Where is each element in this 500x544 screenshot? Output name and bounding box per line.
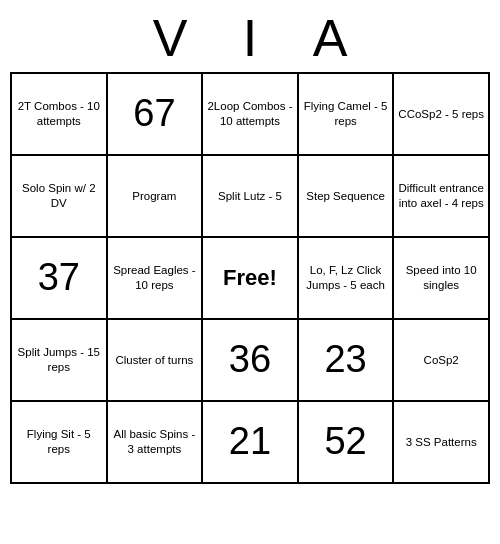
cell-r2-c2: Free! bbox=[203, 238, 299, 320]
cell-r3-c4: CoSp2 bbox=[394, 320, 490, 402]
cell-r0-c2: 2Loop Combos - 10 attempts bbox=[203, 74, 299, 156]
cell-r1-c4: Difficult entrance into axel - 4 reps bbox=[394, 156, 490, 238]
header-letter-i: I bbox=[210, 8, 290, 68]
cell-r2-c4: Speed into 10 singles bbox=[394, 238, 490, 320]
cell-r0-c0: 2T Combos - 10 attempts bbox=[12, 74, 108, 156]
cell-r4-c3: 52 bbox=[299, 402, 395, 484]
cell-r1-c0: Solo Spin w/ 2 DV bbox=[12, 156, 108, 238]
cell-r0-c3: Flying Camel - 5 reps bbox=[299, 74, 395, 156]
cell-r4-c2: 21 bbox=[203, 402, 299, 484]
cell-r4-c4: 3 SS Patterns bbox=[394, 402, 490, 484]
bingo-header: V I A bbox=[10, 8, 490, 68]
cell-r2-c1: Spread Eagles - 10 reps bbox=[108, 238, 204, 320]
bingo-card: V I A 2T Combos - 10 attempts672Loop Com… bbox=[10, 8, 490, 484]
cell-r1-c1: Program bbox=[108, 156, 204, 238]
cell-r3-c2: 36 bbox=[203, 320, 299, 402]
header-letter-a: A bbox=[290, 8, 370, 68]
cell-r1-c2: Split Lutz - 5 bbox=[203, 156, 299, 238]
header-letter-v: V bbox=[130, 8, 210, 68]
cell-r0-c1: 67 bbox=[108, 74, 204, 156]
cell-r4-c0: Flying Sit - 5 reps bbox=[12, 402, 108, 484]
cell-r1-c3: Step Sequence bbox=[299, 156, 395, 238]
bingo-grid: 2T Combos - 10 attempts672Loop Combos - … bbox=[10, 72, 490, 484]
cell-r3-c1: Cluster of turns bbox=[108, 320, 204, 402]
cell-r0-c4: CCoSp2 - 5 reps bbox=[394, 74, 490, 156]
cell-r2-c3: Lo, F, Lz Click Jumps - 5 each bbox=[299, 238, 395, 320]
cell-r3-c3: 23 bbox=[299, 320, 395, 402]
cell-r4-c1: All basic Spins - 3 attempts bbox=[108, 402, 204, 484]
cell-r3-c0: Split Jumps - 15 reps bbox=[12, 320, 108, 402]
cell-r2-c0: 37 bbox=[12, 238, 108, 320]
